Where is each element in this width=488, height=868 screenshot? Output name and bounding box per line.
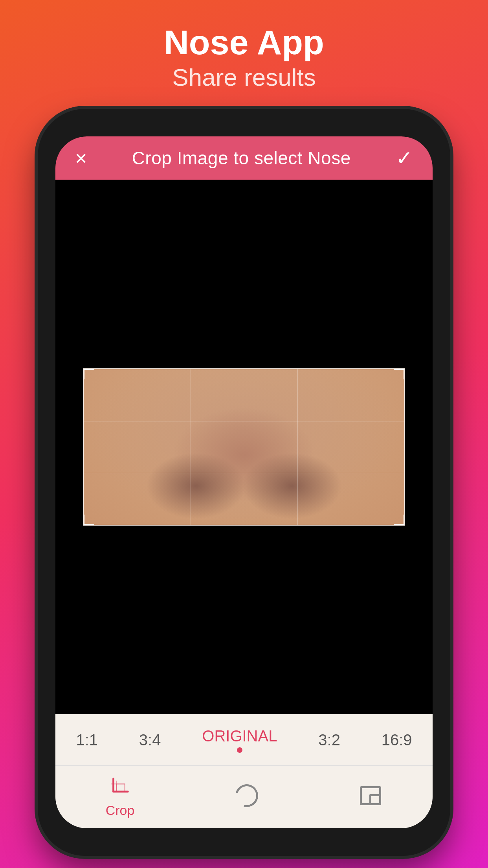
crop-image [83,368,405,526]
aspect-ratio-icon [359,784,382,807]
content-area [55,180,433,714]
aspect-ratio-tool[interactable] [359,784,382,811]
ratio-16-9[interactable]: 16:9 [382,731,412,749]
crop-tool[interactable]: Crop [106,776,135,818]
app-title: Nose App [164,24,324,62]
ratio-original[interactable]: ORIGINAL [202,727,277,753]
ratio-3-4[interactable]: 3:4 [139,731,161,749]
ratio-3-2[interactable]: 3:2 [318,731,340,749]
crop-tool-icon [108,776,132,800]
reset-tool-icon [235,784,259,807]
toolbar: Crop [55,765,433,828]
ratio-bar: 1:1 3:4 ORIGINAL 3:2 16:9 [55,714,433,765]
header-section: Nose App Share results [164,0,324,93]
corner-handle-bl[interactable] [83,515,94,526]
corner-handle-tr[interactable] [394,368,405,379]
crop-container[interactable] [83,368,405,526]
topbar-title: Crop Image to select Nose [132,147,351,169]
nose-visual [84,369,404,525]
app-subtitle: Share results [172,62,316,94]
confirm-icon[interactable]: ✓ [396,148,413,168]
phone-frame: × Crop Image to select Nose ✓ [38,109,450,856]
phone-screen: × Crop Image to select Nose ✓ [55,136,433,828]
active-indicator-dot [237,747,242,753]
svg-rect-4 [116,784,125,792]
corner-handle-br[interactable] [394,515,405,526]
ratio-1-1[interactable]: 1:1 [76,731,98,749]
close-icon[interactable]: × [75,148,87,168]
corner-handle-tl[interactable] [83,368,94,379]
crop-label: Crop [106,803,135,818]
reset-tool[interactable] [235,784,259,811]
top-bar: × Crop Image to select Nose ✓ [55,136,433,180]
